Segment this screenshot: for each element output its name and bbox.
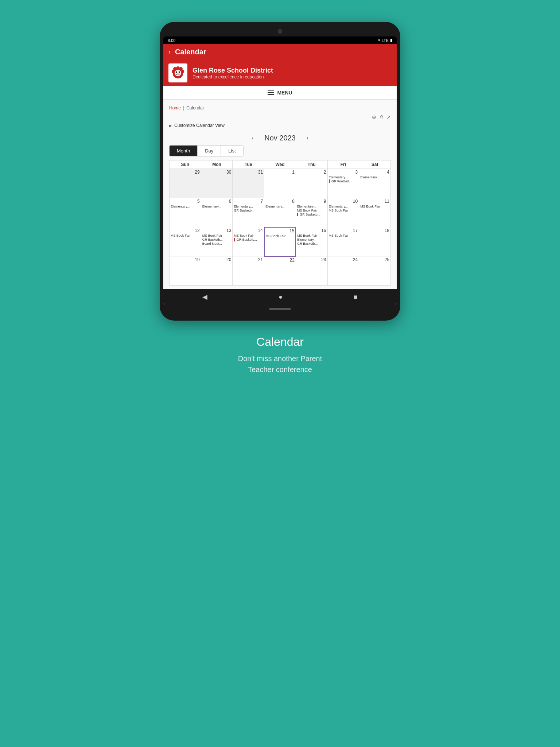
weekday-header: Wed bbox=[264, 160, 296, 169]
calendar-event[interactable]: MS Book Fair bbox=[297, 209, 326, 212]
day-number: 21 bbox=[234, 257, 263, 262]
status-bar: 8:00 ▾ LTE ▮ bbox=[163, 36, 397, 44]
calendar-event[interactable]: MS Book Fair bbox=[266, 234, 295, 238]
calendar-day-cell[interactable]: 1 bbox=[264, 169, 296, 198]
menu-bar[interactable]: MENU bbox=[163, 86, 397, 100]
subscribe-icon[interactable]: ⊕ bbox=[372, 114, 376, 120]
calendar-event[interactable]: MS Book Fair bbox=[329, 234, 358, 237]
svg-point-11 bbox=[177, 73, 179, 75]
calendar-day-cell[interactable]: 24 bbox=[327, 256, 359, 286]
calendar-event[interactable]: MS Book Fair bbox=[297, 234, 326, 237]
calendar-event[interactable]: GR Basketb... bbox=[202, 238, 232, 241]
calendar-day-cell[interactable]: 23 bbox=[296, 256, 327, 286]
calendar-event[interactable]: Board Meet... bbox=[202, 242, 232, 245]
calendar-event[interactable]: MS Book Fair bbox=[202, 234, 232, 237]
recent-nav-button[interactable]: ■ bbox=[354, 293, 358, 301]
next-month-button[interactable]: → bbox=[303, 134, 310, 142]
calendar-event[interactable]: GR Basketb... bbox=[234, 209, 263, 212]
day-number: 12 bbox=[171, 228, 200, 233]
calendar-event[interactable]: Elementary... bbox=[234, 205, 263, 208]
day-number: 6 bbox=[202, 199, 232, 204]
month-nav: ← Nov 2023 → bbox=[169, 131, 391, 145]
calendar-event[interactable]: MS Book Fair bbox=[234, 234, 262, 237]
day-number: 31 bbox=[234, 170, 263, 175]
calendar-day-cell[interactable]: 8Elementary... bbox=[264, 198, 296, 227]
content-area: Home | Calendar ⊕ ⎙ ↗ ▶ Customize Calend… bbox=[163, 100, 397, 289]
school-logo bbox=[168, 63, 187, 82]
calendar-day-cell[interactable]: 21 bbox=[233, 256, 264, 286]
calendar-day-cell[interactable]: 5Elementary... bbox=[170, 198, 201, 227]
tab-month[interactable]: Month bbox=[170, 146, 198, 156]
home-nav-button[interactable]: ● bbox=[279, 293, 283, 301]
customize-label: Customize Calendar View bbox=[174, 123, 225, 128]
calendar-day-cell[interactable]: 7Elementary...GR Basketb... bbox=[233, 198, 264, 227]
print-icon[interactable]: ⎙ bbox=[380, 114, 383, 120]
prev-month-button[interactable]: ← bbox=[250, 134, 257, 142]
home-bar bbox=[269, 308, 291, 310]
calendar-week-row: 293031123Elementary...GR Football...4Ele… bbox=[170, 169, 391, 198]
calendar-day-cell[interactable]: 19 bbox=[170, 256, 201, 286]
calendar-day-cell[interactable]: 20 bbox=[201, 256, 233, 286]
calendar-day-cell[interactable]: 29 bbox=[170, 169, 201, 198]
calendar-day-cell[interactable]: 11MS Book Fair bbox=[359, 198, 391, 227]
back-nav-button[interactable]: ◀ bbox=[202, 293, 207, 301]
calendar-day-cell[interactable]: 10Elementary...MS Book Fair bbox=[327, 198, 359, 227]
calendar-event[interactable]: GR Basketb... bbox=[297, 242, 326, 245]
battery-icon: ▮ bbox=[390, 38, 392, 43]
calendar-day-cell[interactable]: 12MS Book Fair bbox=[170, 227, 201, 256]
calendar-event[interactable]: MS Book Fair bbox=[360, 205, 389, 208]
calendar-event[interactable]: Elementary... bbox=[329, 175, 358, 179]
tablet-frame: 8:00 ▾ LTE ▮ ‹ Calendar bbox=[160, 22, 400, 321]
calendar-event[interactable]: Elementary... bbox=[171, 205, 200, 208]
breadcrumb-separator: | bbox=[183, 105, 184, 111]
calendar-day-cell[interactable]: 14MS Book FairGR Basketb... bbox=[233, 227, 264, 256]
breadcrumb-home[interactable]: Home bbox=[169, 105, 181, 111]
app-title: Calendar bbox=[175, 48, 206, 56]
calendar-event[interactable]: Elementary... bbox=[265, 205, 295, 208]
bottom-text-section: Calendar Don't miss another ParentTeache… bbox=[238, 335, 322, 375]
calendar-grid: SunMonTueWedThuFriSat 293031123Elementar… bbox=[169, 160, 391, 286]
calendar-day-cell[interactable]: 2 bbox=[296, 169, 327, 198]
calendar-day-cell[interactable]: 4Elementary... bbox=[359, 169, 391, 198]
calendar-day-cell[interactable]: 13MS Book FairGR Basketb...Board Meet... bbox=[201, 227, 233, 256]
day-number: 18 bbox=[360, 228, 389, 233]
calendar-day-cell[interactable]: 17MS Book Fair bbox=[327, 227, 359, 256]
calendar-event[interactable]: Elementary... bbox=[360, 175, 389, 179]
svg-point-8 bbox=[175, 70, 181, 76]
calendar-day-cell[interactable]: 22 bbox=[264, 256, 296, 286]
calendar-event[interactable]: Elementary... bbox=[329, 205, 358, 208]
calendar-day-cell[interactable]: 18 bbox=[359, 227, 391, 256]
calendar-event[interactable]: GR Basketb... bbox=[234, 238, 262, 241]
status-icons: ▾ LTE ▮ bbox=[378, 38, 392, 43]
school-banner: Glen Rose School District Dedicated to e… bbox=[163, 60, 397, 86]
calendar-event[interactable]: MS Book Fair bbox=[329, 209, 358, 212]
back-button[interactable]: ‹ bbox=[168, 48, 171, 56]
calendar-event[interactable]: GR Basketb... bbox=[297, 213, 326, 216]
calendar-day-cell[interactable]: 31 bbox=[233, 169, 264, 198]
hamburger-icon[interactable] bbox=[268, 90, 274, 95]
calendar-day-cell[interactable]: 25 bbox=[359, 256, 391, 286]
day-number: 9 bbox=[297, 199, 326, 204]
calendar-day-cell[interactable]: 3Elementary...GR Football... bbox=[327, 169, 359, 198]
tab-list[interactable]: List bbox=[221, 146, 243, 156]
day-number: 22 bbox=[265, 258, 295, 263]
customize-row[interactable]: ▶ Customize Calendar View bbox=[169, 121, 391, 131]
calendar-event[interactable]: MS Book Fair bbox=[171, 234, 200, 237]
calendar-day-cell[interactable]: 15MS Book Fair bbox=[264, 227, 296, 256]
calendar-day-cell[interactable]: 30 bbox=[201, 169, 233, 198]
day-number: 24 bbox=[329, 257, 358, 262]
calendar-event[interactable]: Elementary... bbox=[297, 205, 326, 208]
tablet-screen: 8:00 ▾ LTE ▮ ‹ Calendar bbox=[163, 36, 397, 305]
svg-point-10 bbox=[179, 71, 180, 73]
calendar-day-cell[interactable]: 9Elementary...MS Book FairGR Basketb... bbox=[296, 198, 327, 227]
calendar-day-cell[interactable]: 6Elementary... bbox=[201, 198, 233, 227]
calendar-event[interactable]: GR Football... bbox=[329, 179, 358, 183]
tab-day[interactable]: Day bbox=[198, 146, 221, 156]
front-camera bbox=[278, 29, 282, 34]
calendar-week-row: 12MS Book Fair13MS Book FairGR Basketb..… bbox=[170, 227, 391, 256]
calendar-event[interactable]: Elementary... bbox=[297, 238, 326, 241]
calendar-event[interactable]: Elementary... bbox=[202, 205, 232, 208]
day-number: 3 bbox=[329, 170, 358, 175]
calendar-day-cell[interactable]: 16MS Book FairElementary...GR Basketb... bbox=[296, 227, 327, 256]
share-icon[interactable]: ↗ bbox=[386, 114, 391, 120]
